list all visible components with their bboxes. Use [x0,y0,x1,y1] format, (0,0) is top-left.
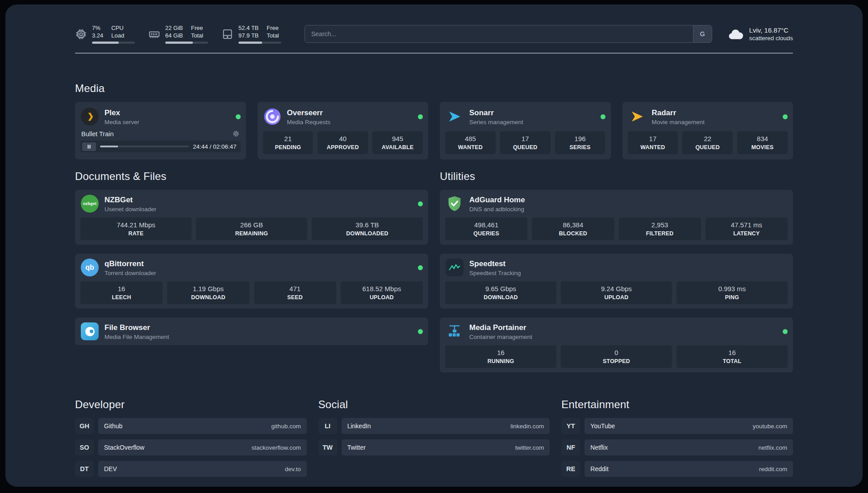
service-card-nzbget[interactable]: nzbget NZBGet Usenet downloader [75,190,428,245]
stat-label: UPLOAD [342,294,421,301]
stat-label: TOTAL [678,358,786,364]
portainer-icon [445,322,464,341]
stat-box: 17 QUEUED [500,131,551,154]
disk-widget: 52.4 TB 97.9 TB Free Total [221,24,281,44]
service-description: Speedtest Tracking [469,270,521,276]
overseerr-icon [263,107,282,126]
stat-label: UPLOAD [563,294,670,301]
developer-bookmarks: GH Github github.com SO StackOverflow st [75,418,307,477]
bookmark-abbr: TW [318,439,337,455]
service-card-speedtest[interactable]: Speedtest Speedtest Tracking 9.65 Gbps D… [440,254,793,309]
stat-box: 471 SEED [254,281,336,304]
pause-button[interactable] [82,142,96,151]
sonarr-stats: 485 WANTED 17 QUEUED 196 SERIES [445,131,605,154]
stat-box: 22 QUEUED [682,131,733,154]
stat-label: FILTERED [621,230,699,237]
stat-label: DOWNLOAD [169,294,247,301]
status-dot [783,329,788,334]
bookmark-name: StackOverflow [104,444,144,451]
status-dot [418,265,423,270]
disk-total-value: 97.9 TB [238,32,259,39]
memory-icon [148,28,160,40]
stat-value: 17 [630,134,676,143]
stat-label: SEED [256,294,334,301]
player-progress-bar[interactable]: 24:44 / 02:06:47 [80,141,241,152]
stat-box: 485 WANTED [445,131,496,154]
service-description: Series management [469,119,523,125]
bookmark-group-developer: Developer GH Github github.com [75,398,307,477]
stat-box: 834 MOVIES [737,131,788,154]
entertainment-bookmarks: YT YouTube youtube.com NF Netflix netfli [561,418,793,477]
cpu-load-label: Load [111,32,124,39]
stat-box: 0.993 ms PING [676,281,788,304]
now-playing-title: Bullet Train [81,130,114,138]
stat-label: REMAINING [198,230,305,237]
social-bookmarks: LI LinkedIn linkedin.com TW Twitter twit [318,418,550,455]
service-card-plex[interactable]: Plex Media server Bullet Train [75,102,246,159]
bookmark-item[interactable]: RE Reddit reddit.com [561,461,793,477]
bookmark-abbr: LI [318,418,337,434]
status-dot [601,114,605,119]
service-card-portainer[interactable]: Media Portainer Container management 16 … [440,318,793,372]
stat-label: WANTED [447,144,494,150]
bookmark-name: Twitter [347,444,366,451]
search-bar[interactable]: G [305,25,712,43]
overseerr-stats: 21 PENDING 40 APPROVED 945 AVAILAB [263,131,423,154]
bookmark-item[interactable]: TW Twitter twitter.com [318,439,550,455]
stat-box: 9.65 Gbps DOWNLOAD [445,281,556,304]
service-card-sonarr[interactable]: Sonarr Series management 485 WANTED [440,102,611,159]
service-card-radarr[interactable]: Radarr Movie management 17 WANTED [622,102,793,159]
utilities-section-title: Utilities [440,170,793,183]
weather-widget: Lviv, 16.87°C scattered clouds [727,26,793,42]
bookmark-item[interactable]: SO StackOverflow stackoverflow.com [75,439,307,455]
stat-value: 834 [739,134,786,143]
stat-label: RUNNING [447,358,555,364]
service-card-overseerr[interactable]: Overseerr Media Requests 21 PENDING [258,102,429,159]
stat-box: 498,461 QUERIES [445,217,527,240]
memory-progress-bar [165,42,208,44]
service-description: Movie management [652,119,705,125]
speedtest-icon [445,258,464,277]
bookmark-url: dev.to [285,466,301,472]
service-card-qbittorrent[interactable]: qb qBittorrent Torrent downloader [75,254,428,309]
bookmark-name: Netflix [590,444,608,451]
dashboard-panel: 7% 3.24 CPU Load [5,4,863,487]
radarr-stats: 17 WANTED 22 QUEUED 834 MOVIES [628,131,788,154]
bookmark-url: reddit.com [759,466,787,472]
stat-box: 744.21 Mbps RATE [80,217,192,240]
bookmark-abbr: DT [75,461,94,477]
service-card-adguard[interactable]: AdGuard Home DNS and adblocking 498,461 … [440,190,793,245]
gear-icon[interactable] [232,130,240,138]
bookmark-item[interactable]: GH Github github.com [75,418,307,434]
player-fill [100,146,118,147]
bookmark-group-entertainment: Entertainment YT YouTube youtube.com [561,398,793,477]
speedtest-stats: 9.65 Gbps DOWNLOAD 9.24 Gbps UPLOAD [445,281,788,304]
qbittorrent-icon: qb [80,258,99,277]
section-documents: Documents & Files nzbget NZBGet [75,170,428,345]
service-card-filebrowser[interactable]: File Browser Media File Management [75,318,428,345]
stat-value: 22 [684,134,731,143]
memory-progress-fill [165,42,193,44]
service-name: Speedtest [469,259,521,268]
stat-value: 945 [374,134,421,143]
social-section-title: Social [318,398,550,411]
search-input[interactable] [305,25,693,42]
bookmark-item[interactable]: LI LinkedIn linkedin.com [318,418,550,434]
plex-icon [80,107,99,126]
stat-box: 9.24 Gbps UPLOAD [561,281,672,304]
bookmark-item[interactable]: DT DEV dev.to [75,461,307,477]
stat-box: 618.52 Mbps UPLOAD [341,281,423,304]
stat-label: QUEUED [684,144,731,150]
stat-value: 16 [82,284,161,293]
status-dot [418,329,423,334]
service-description: Media File Management [104,334,169,340]
cpu-icon [75,28,87,40]
stat-label: RATE [82,230,190,237]
search-provider-button[interactable]: G [693,25,712,42]
stat-box: 17 WANTED [628,131,678,154]
bookmark-url: netflix.com [758,444,787,451]
bookmark-item[interactable]: YT YouTube youtube.com [561,418,793,434]
bookmark-abbr: YT [561,418,580,434]
bookmark-item[interactable]: NF Netflix netflix.com [561,439,793,455]
stat-value: 86,384 [534,221,612,229]
